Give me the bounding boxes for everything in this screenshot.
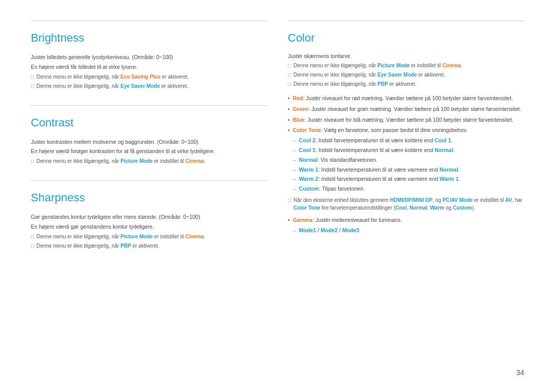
blue-label: Blue: [293, 117, 305, 123]
green-label: Green: [293, 106, 308, 112]
red-label: Red: [293, 95, 303, 101]
brightness-desc2: En højere værdi får billedet til at virk…: [31, 63, 267, 71]
brightness-section: Brightness Juster billedets generelle ly…: [31, 31, 267, 90]
warm2-link: Warm 2: [299, 176, 319, 182]
gamma-label: Gamma: [293, 217, 313, 223]
sharpness-desc1: Gør genstandes kontur tydeligere eller m…: [31, 213, 267, 221]
custom-item: – Custom: Tilpas farvetonen.: [293, 184, 460, 193]
pbp-link-sharpness: PBP: [120, 243, 131, 249]
contrast-note1: Denne menu er ikke tilgængelig, når Pict…: [31, 157, 267, 165]
normal-ref-cool: Normal: [435, 147, 453, 153]
color-note3: Denne menu er ikke tilgængelig, når PBP …: [288, 80, 524, 88]
color-tone-sublist: – Cool 2: Indstil farvetemperaturen til …: [293, 136, 460, 194]
color-note2: Denne menu er ikke tilgængelig, når Eye …: [288, 71, 524, 79]
picture-mode-link-contrast: Picture Mode: [120, 158, 153, 164]
green-bullet: • Green: Justér niveauet for grøn mætnin…: [288, 105, 524, 114]
color-top: Justér skærmens tonfarve. Denne menu er …: [288, 53, 524, 88]
hdmi-link: HDMI/DP/MINI DP: [390, 197, 433, 203]
color-tone-bullet: • Color Tone: Vælg en farvetone, som pas…: [288, 126, 524, 194]
contrast-sharpness-divider: [31, 180, 267, 181]
cool1-item: – Cool 1: Indstil farvetemperaturen til …: [293, 146, 460, 155]
color-title: Color: [288, 31, 524, 45]
brightness-contrast-divider: [31, 105, 267, 106]
sharpness-note2: Denne menu er ikke tilgængelig, når PBP …: [31, 242, 267, 250]
brightness-title: Brightness: [31, 31, 267, 45]
normal-link-note: Normal: [410, 205, 427, 211]
page-number: 34: [516, 368, 524, 377]
cinema-color: Cinema: [442, 63, 461, 68]
normal-item: – Normal: Vis standardfarvetonen.: [293, 156, 460, 164]
cool2-link: Cool 2: [299, 137, 316, 143]
warm2-item: – Warm 2: Indstil farvetemperaturen til …: [293, 175, 460, 183]
pbp-color: PBP: [377, 81, 388, 87]
custom-link-note: Custom: [453, 205, 472, 211]
brightness-note2: Denne menu er ikke tilgængelig, når Eye …: [31, 82, 267, 90]
contrast-section: Contrast Juster kontrasten mellem motive…: [31, 116, 267, 165]
normal-ref-warm: Normal: [439, 166, 458, 173]
sharpness-section: Sharpness Gør genstandes kontur tydelige…: [31, 191, 267, 250]
cinema-link-sharpness: Cinema: [186, 234, 204, 239]
contrast-desc2: En højere værdi forøger kontrasten for a…: [31, 147, 267, 156]
av-link: AV: [505, 197, 512, 203]
blue-bullet: • Blue: Justér niveauet for blå mætning.…: [288, 116, 524, 124]
eye-saver-color: Eye Saver Mode: [377, 72, 417, 78]
sharpness-title: Sharpness: [31, 191, 267, 204]
picture-mode-link-sharpness: Picture Mode: [120, 234, 153, 239]
color-top-desc: Justér skærmens tonfarve.: [288, 53, 524, 59]
page-container: Brightness Juster billedets generelle ly…: [0, 0, 555, 392]
cool-link-note: Cool: [395, 205, 406, 211]
eye-saver-mode-link: Eye Saver Mode: [120, 83, 160, 89]
eco-saving-plus-link: Eco Saving Plus: [120, 74, 160, 80]
pcav-mode-link: PC/AV Mode: [442, 197, 473, 203]
color-note1: Denne menu er ikke tilgængelig, når Pict…: [288, 62, 524, 69]
left-column: Brightness Juster billedets generelle ly…: [31, 21, 267, 371]
brightness-note1: Denne menu er ikke tilgængelig, når Eco …: [31, 73, 267, 81]
cool1-ref: Cool 1: [435, 137, 451, 143]
right-column: Color Justér skærmens tonfarve. Denne me…: [288, 21, 524, 371]
cool1-link: Cool 1: [299, 147, 316, 153]
warm1-item: – Warm 1: Indstil farvetemperaturen til …: [293, 165, 460, 174]
sharpness-desc2: En højere værdi gør genstandens kontur t…: [31, 222, 267, 231]
picture-mode-color: Picture Mode: [377, 63, 410, 68]
gamma-bullet: • Gamma: Justér mellemniveauet for lumin…: [288, 216, 524, 236]
gamma-modes: – Mode1 / Mode2 / Mode3: [293, 226, 359, 235]
warm1-link: Warm 1: [299, 166, 319, 173]
custom-link: Custom: [299, 185, 319, 192]
cool2-item: – Cool 2: Indstil farvetemperaturen til …: [293, 136, 460, 145]
mode2-link: Mode2: [321, 227, 338, 233]
mode3-link: Mode3: [342, 227, 359, 233]
contrast-title: Contrast: [31, 116, 267, 129]
brightness-desc1: Juster billedets generelle lysstyrkenive…: [31, 53, 267, 62]
warm-link-note: Warm: [430, 205, 444, 211]
gamma-bullet-list: • Gamma: Justér mellemniveauet for lumin…: [288, 216, 524, 236]
contrast-desc1: Juster kontrasten mellem motiverne og ba…: [31, 138, 267, 146]
hdmi-note: Når den eksterne enhed tilsluttes gennem…: [288, 196, 524, 212]
color-tone-label: Color Tone: [293, 127, 321, 133]
warm1-ref: Warm 1: [439, 176, 459, 182]
normal-link: Normal: [299, 157, 318, 163]
red-bullet: • Red: Justér niveauet for rød mætning. …: [288, 94, 524, 103]
color-tone-link-note: Color Tone: [293, 205, 320, 211]
sharpness-note1: Denne menu er ikke tilgængelig, når Pict…: [31, 233, 267, 240]
cinema-link-contrast: Cinema: [186, 158, 204, 164]
gamma-sublist: – Mode1 / Mode2 / Mode3: [293, 226, 359, 236]
color-bullet-list: • Red: Justér niveauet for rød mætning. …: [288, 94, 524, 194]
mode1-link: Mode1: [299, 227, 316, 233]
